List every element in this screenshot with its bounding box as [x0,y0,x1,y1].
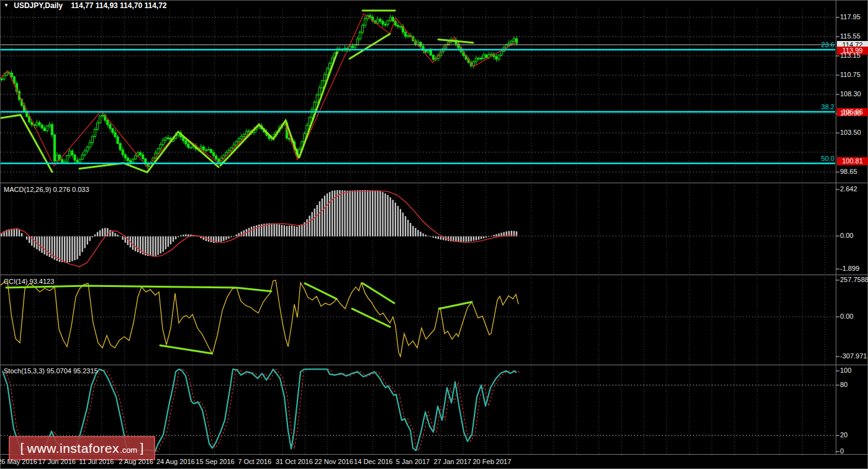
cci-axis-label-0.00[interactable]: 0.00 [840,312,853,320]
macd-axis-label--1.899[interactable]: -1.899 [840,265,859,272]
date-label-3[interactable]: 2 Aug 2016 [119,458,153,465]
stoch-axis-label-0[interactable]: 0 [840,447,844,455]
price-axis-label-113.15[interactable]: 113.15 [840,52,861,59]
cci-trend-line-3 [363,283,394,303]
date-label-4[interactable]: 24 Aug 2016 [156,458,195,465]
watermark-text: www.instaforex [27,441,119,456]
cci-trend-line-1 [160,345,212,353]
macd-panel [0,190,517,266]
fib-500-label[interactable]: 50.0 [810,155,834,162]
macd-axis-label-2.642[interactable]: 2.642 [840,185,857,193]
date-label-7[interactable]: 31 Oct 2016 [276,458,313,465]
watermark-com: .com [120,445,137,455]
instaforex-watermark: [ www.instaforex.com ] [9,436,155,460]
price-axis-label-117.95[interactable]: 117.95 [840,13,861,20]
date-label-2[interactable]: 11 Jul 2016 [79,458,114,465]
date-label-12[interactable]: 20 Feb 2017 [473,458,512,465]
stoch-indicator-label: Stoch(15,3,3) 95.0704 95.2315 [4,367,98,375]
date-label-0[interactable]: 26 May 2016 [0,458,37,465]
watermark-open-bracket: [ [20,441,24,455]
cci-line [0,280,518,357]
stoch-axis-label-100[interactable]: 100 [840,367,851,374]
price-axis-label-98.65[interactable]: 98.65 [840,168,857,175]
price-axis-label-103.50[interactable]: 103.50 [840,129,861,136]
trend-line-1 [79,163,147,172]
cci-trend-line-4 [352,309,390,327]
date-label-9[interactable]: 14 Dec 2016 [354,458,392,465]
cci-trend-line-5 [439,302,472,309]
fib-236-label[interactable]: 23.6 [810,41,834,48]
cci-panel [0,280,518,357]
macd-indicator-label: MACD(12,26,9) 0.276 0.033 [4,186,89,193]
stoch-axis-label-20[interactable]: 20 [840,431,848,439]
cci-trend-line-2 [305,283,337,299]
cci-axis-label--307.971[interactable]: -307.971 [840,352,867,360]
date-label-10[interactable]: 5 Jan 2017 [396,458,430,465]
date-label-1[interactable]: 17 Jun 2016 [38,458,76,465]
fib-382-label[interactable]: 38.2 [810,103,834,111]
panel-frame [0,0,868,469]
watermark-close-bracket: ] [140,441,144,455]
trend-line-4 [299,52,337,157]
cci-axis-label-257.7588[interactable]: 257.7588 [840,276,868,283]
symbol-dropdown-icon[interactable]: ▼ [4,2,9,8]
cci-indicator-label: CCI(14) 93.4123 [4,278,54,285]
macd-axis-label-0.00[interactable]: 0.00 [840,232,853,239]
chart-title: ▼ USDJPY,Daily 114,77 114,93 114,70 114,… [4,1,167,10]
date-label-8[interactable]: 22 Nov 2016 [314,458,353,465]
date-label-6[interactable]: 7 Oct 2016 [238,458,271,465]
date-label-5[interactable]: 15 Sep 2016 [196,458,234,465]
ohlc-readout: 114,77 114,93 114,70 114,72 [71,1,166,10]
price-axis-label-110.75[interactable]: 110.75 [840,71,861,78]
price-axis-label-108.30[interactable]: 108.30 [840,90,861,98]
date-label-11[interactable]: 27 Jan 2017 [433,458,471,465]
fib-500-price-badge: 100.81 [837,157,868,165]
mt4-chart-window: ▼ USDJPY,Daily 114,77 114,93 114,70 114,… [0,0,868,469]
chart-canvas[interactable] [0,0,868,469]
stoch-axis-label-80[interactable]: 80 [840,381,848,388]
price-axis-label-105.90[interactable]: 105.90 [840,109,861,117]
price-axis-label-115.55[interactable]: 115.55 [840,32,861,40]
symbol-period-label: USDJPY,Daily [14,1,63,10]
